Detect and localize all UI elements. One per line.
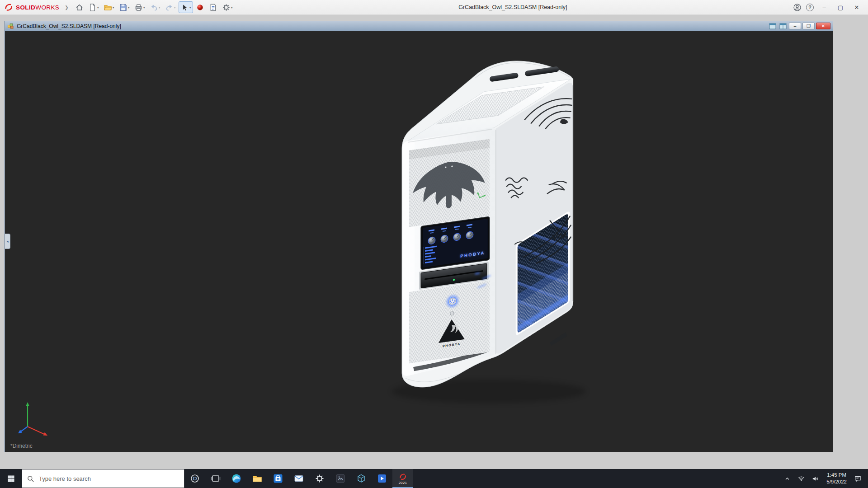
caret-icon: ▾: [231, 5, 233, 9]
cortana-icon: [189, 473, 200, 484]
caret-icon: ▾: [113, 5, 114, 9]
pane-single-icon: [769, 23, 776, 29]
featuremanager-collapse-tab[interactable]: ◂: [5, 234, 10, 249]
taskbar-clock[interactable]: 1:45 PM 5/9/2022: [822, 469, 851, 488]
open-button[interactable]: ▾: [102, 1, 116, 13]
action-center-icon: [854, 475, 862, 483]
view-orientation-label: *Dimetric: [10, 443, 33, 449]
undo-button[interactable]: ▾: [148, 1, 162, 13]
front-panel-details: PHOBYA PHOBYA: [409, 139, 491, 363]
app-minimize-button[interactable]: –: [816, 0, 832, 15]
doc-minimize-button[interactable]: –: [789, 23, 801, 29]
app-window-controls: ? – ▢ ✕: [791, 0, 864, 15]
menu-expand-icon[interactable]: ❯: [65, 5, 68, 10]
pc-case-model[interactable]: PHOBYA PHOBYA: [402, 61, 665, 400]
edge-browser-icon: [231, 473, 242, 484]
user-account-icon: [793, 3, 802, 12]
document-titlebar[interactable]: GrCadBlack_Owl_S2.SLDASM [Read-only] – ❐…: [5, 21, 833, 31]
help-button[interactable]: ?: [806, 4, 814, 11]
mdi-workspace: GrCadBlack_Owl_S2.SLDASM [Read-only] – ❐…: [0, 15, 868, 469]
red-sphere-icon: [196, 3, 204, 12]
solidworks-titlebar: SOLIDWORKS ❯ ▾ ▾ ▾ ▾ ▾ ▾: [0, 0, 868, 15]
speaker-icon: [811, 475, 819, 483]
taskbar-app-movies[interactable]: [372, 469, 392, 488]
solidworks-taskbar-icon: [398, 473, 407, 481]
solidworks-brand: SOLIDWORKS: [4, 2, 59, 12]
new-document-button[interactable]: ▾: [86, 1, 101, 13]
settings-gear-icon: [314, 473, 325, 484]
reference-triad: [12, 397, 56, 440]
desktop-screen: SOLIDWORKS ❯ ▾ ▾ ▾ ▾ ▾ ▾: [0, 0, 868, 488]
redo-button[interactable]: ▾: [163, 1, 178, 13]
caret-icon: ▾: [174, 5, 176, 9]
doc-restore-button[interactable]: ❐: [802, 23, 815, 29]
solidworks-version-badge: 2021: [399, 481, 407, 485]
taskbar-app-file-explorer[interactable]: [247, 469, 268, 488]
account-button[interactable]: [791, 1, 803, 13]
network-status-button[interactable]: [794, 469, 808, 488]
rebuild-button[interactable]: [194, 1, 206, 13]
volume-button[interactable]: [808, 469, 822, 488]
home-icon: [75, 3, 84, 12]
windows-logo-icon: [7, 475, 15, 483]
solidworks-logo-icon: [4, 2, 14, 12]
caret-icon: ▾: [189, 5, 191, 9]
chevron-up-icon: [783, 475, 791, 483]
clock-time: 1:45 PM: [827, 472, 846, 479]
save-icon: [119, 3, 127, 12]
new-document-icon: [88, 3, 97, 12]
show-desktop-button[interactable]: [865, 469, 868, 488]
document-title: GrCadBlack_Owl_S2.SLDASM [Read-only]: [17, 23, 121, 29]
file-properties-button[interactable]: [207, 1, 219, 13]
taskbar-app-solidworks[interactable]: 2021: [392, 469, 413, 488]
print-button[interactable]: ▾: [132, 1, 147, 13]
app-close-button[interactable]: ✕: [849, 0, 864, 15]
open-folder-icon: [104, 3, 112, 12]
file-properties-icon: [209, 3, 217, 12]
caret-icon: ▾: [143, 5, 145, 9]
mail-icon: [293, 473, 304, 484]
taskbar-app-edge[interactable]: [226, 469, 247, 488]
viewport-pane-toggle-button[interactable]: [768, 23, 777, 30]
taskbar-app-photos[interactable]: [330, 469, 351, 488]
save-button[interactable]: ▾: [117, 1, 132, 13]
app-window-title: GrCadBlack_Owl_S2.SLDASM [Read-only]: [458, 4, 567, 10]
task-view-icon: [210, 473, 221, 484]
gear-icon: [222, 3, 231, 12]
redo-icon: [165, 3, 174, 12]
caret-icon: ▾: [159, 5, 160, 9]
taskbar-app-store[interactable]: [268, 469, 288, 488]
photos-dark-tile-icon: [335, 473, 346, 484]
options-button[interactable]: ▾: [220, 1, 235, 13]
movies-tv-icon: [377, 473, 387, 484]
search-input[interactable]: [38, 475, 179, 483]
system-tray: 1:45 PM 5/9/2022: [780, 469, 868, 488]
home-button[interactable]: [73, 1, 85, 13]
taskbar-app-settings[interactable]: [309, 469, 330, 488]
doc-close-button[interactable]: ✕: [816, 23, 830, 29]
taskbar-search[interactable]: [22, 469, 184, 488]
graphics-viewport[interactable]: PHOBYA PHOBYA: [5, 31, 833, 452]
document-window-controls: – ❐ ✕: [768, 23, 830, 30]
3d-scene: PHOBYA PHOBYA: [5, 31, 833, 452]
assembly-document-icon: [7, 23, 14, 29]
caret-icon: ▾: [128, 5, 130, 9]
taskbar-app-mail[interactable]: [288, 469, 309, 488]
tray-overflow-button[interactable]: [780, 469, 794, 488]
select-tool-button[interactable]: ▾: [179, 1, 193, 13]
document-window: GrCadBlack_Owl_S2.SLDASM [Read-only] – ❐…: [5, 21, 833, 452]
action-center-button[interactable]: [851, 469, 865, 488]
viewport-split-toggle-button[interactable]: [778, 23, 788, 30]
taskbar-app-3d-viewer[interactable]: [351, 469, 372, 488]
undo-icon: [150, 3, 158, 12]
start-button[interactable]: [0, 469, 22, 488]
caret-icon: ▾: [97, 5, 99, 9]
3d-viewer-cube-icon: [356, 473, 367, 484]
select-cursor-icon: [180, 3, 189, 12]
pane-split-icon: [779, 23, 787, 29]
cortana-button[interactable]: [184, 469, 205, 488]
print-icon: [134, 3, 143, 12]
app-maximize-button[interactable]: ▢: [833, 0, 848, 15]
wifi-icon: [797, 475, 805, 483]
task-view-button[interactable]: [205, 469, 226, 488]
